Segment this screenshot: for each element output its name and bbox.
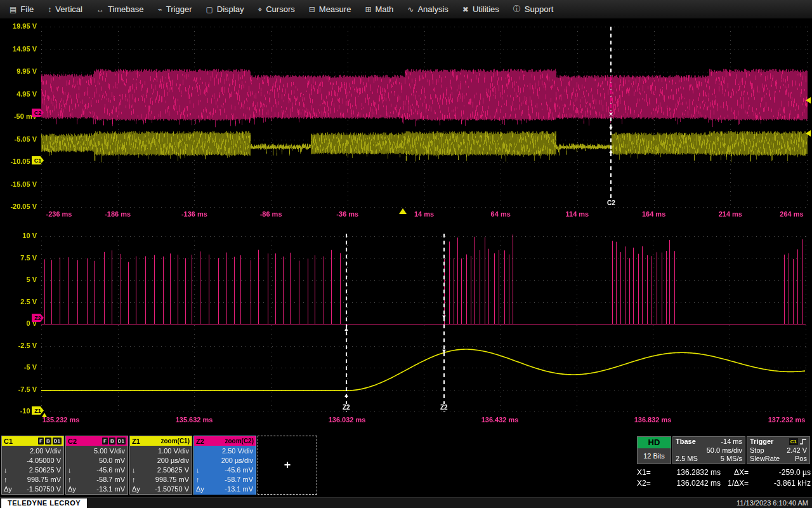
tbase-rate: 5 MS/s: [721, 455, 742, 463]
main-x-label: -86 ms: [260, 210, 282, 218]
display-icon: ▢: [206, 5, 213, 14]
menu-item-utilities[interactable]: ✖Utilities: [455, 0, 506, 18]
menu-item-label: Cursors: [266, 4, 295, 14]
menu-item-support[interactable]: ⓘSupport: [506, 0, 561, 18]
main-x-label: 114 ms: [566, 210, 589, 218]
main-x-label: 214 ms: [719, 210, 742, 218]
descriptor-title: Z1: [132, 438, 140, 445]
main-x-label: 264 ms: [780, 210, 803, 218]
descriptor-badge-f[interactable]: F: [38, 438, 44, 444]
main-grid-cursor[interactable]: ✕ ▼ ▲ C2: [610, 27, 612, 207]
descriptor-title: Z2: [196, 438, 204, 445]
descriptor-row: ↓-45.6 mV: [196, 465, 253, 475]
zoom-x-label: 137.232 ms: [768, 416, 806, 424]
main-y-label: -50 mV: [1, 112, 37, 120]
utilities-icon: ✖: [462, 5, 469, 14]
menu-item-math[interactable]: ⊞Math: [358, 0, 400, 18]
level-marker-upper[interactable]: [806, 97, 811, 104]
zoom-y-label: 5 V: [1, 276, 37, 283]
cursor-down-icon[interactable]: ▼: [441, 349, 447, 354]
zoom-y-label: 7.5 V: [1, 254, 37, 262]
cursor-readout: X1= 136.2832 ms ΔX= -259.0 µs X2= 136.02…: [637, 468, 811, 488]
menu-item-file[interactable]: ▤File: [3, 0, 41, 18]
cursor-up-icon[interactable]: ▲: [608, 149, 614, 154]
descriptor-c1[interactable]: C1FBD12.00 V/div-4.05000 V↓2.50625 V↑998…: [1, 436, 64, 495]
descriptor-title: C1: [4, 438, 13, 445]
cursor-cross-icon[interactable]: ✕: [608, 112, 614, 117]
descriptor-row: ↑998.75 mV: [132, 475, 189, 485]
menu-item-trigger[interactable]: ⌁Trigger: [151, 0, 199, 18]
level-marker-lower[interactable]: [806, 130, 811, 137]
tbase-samples: 2.5 MS: [676, 455, 698, 463]
menu-item-label: Analysis: [417, 4, 448, 14]
menu-item-label: Support: [525, 4, 554, 14]
waveform-canvas[interactable]: [0, 0, 812, 508]
zoom-cursor-left[interactable]: ▲ ▲ Z2: [346, 234, 347, 412]
zoom-cursor-right[interactable]: ▼ ▼ Z2: [443, 234, 445, 412]
descriptor-subtitle: zoom(C2): [225, 438, 254, 444]
main-x-label: -36 ms: [336, 210, 358, 218]
menu-item-analysis[interactable]: ∿Analysis: [400, 0, 455, 18]
cursor-down-icon[interactable]: ▼: [441, 314, 447, 320]
descriptor-z2[interactable]: Z2zoom(C2)2.50 V/div200 µs/div↓-45.6 mV↑…: [193, 436, 256, 495]
main-y-label: 14.95 V: [1, 45, 37, 53]
add-trace-box[interactable]: +: [258, 436, 317, 495]
hd-label: HD: [638, 437, 671, 448]
oscilloscope-app: ▤File↕Vertical↔Timebase⌁Trigger▢Display⌖…: [0, 0, 812, 508]
cursors-icon: ⌖: [258, 5, 262, 14]
cursor-label: Z2: [341, 404, 351, 411]
descriptor-row: Δy-1.50750 V: [132, 485, 189, 494]
cursor-up-icon[interactable]: ▲: [343, 326, 350, 332]
trigger-box[interactable]: Trigger C1 Stop 2.42 V SlewRate Pos: [747, 436, 810, 464]
main-x-label: 14 ms: [414, 210, 434, 218]
trigger-edge-icon: [799, 438, 807, 445]
trigger-slope: Pos: [795, 455, 807, 463]
timebase-icon: ↔: [96, 5, 104, 14]
descriptor-area: C1FBD12.00 V/div-4.05000 V↓2.50625 V↑998…: [1, 436, 256, 495]
teledyne-lecroy-logo: TELEDYNE LECROY: [1, 498, 87, 508]
descriptor-badge-b[interactable]: B: [45, 438, 51, 444]
descriptor-row: ↑998.75 mV: [4, 475, 61, 485]
cursor-down-icon[interactable]: ▼: [608, 126, 614, 131]
zoom-x-label: 136.032 ms: [329, 416, 366, 424]
plus-icon: +: [284, 458, 291, 472]
descriptor-row: 2.00 V/div: [4, 446, 61, 456]
menu-item-timebase[interactable]: ↔Timebase: [89, 0, 151, 18]
descriptor-c2[interactable]: C2FBD15.00 V/div50.0 mV↓-45.6 mV↑-58.7 m…: [65, 436, 128, 495]
cursor-up-icon[interactable]: ▲: [343, 392, 350, 398]
descriptor-badge-b[interactable]: B: [109, 438, 115, 444]
trigger-label: Trigger: [750, 438, 773, 446]
descriptor-badge-d1[interactable]: D1: [53, 438, 62, 444]
main-y-label: 4.95 V: [1, 90, 37, 98]
main-y-label: 19.95 V: [1, 22, 37, 30]
descriptor-subtitle: zoom(C1): [160, 438, 190, 444]
menu-item-cursors[interactable]: ⌖Cursors: [251, 0, 301, 18]
zoom-y-label: -10 V: [1, 407, 37, 415]
trigger-icon: ⌁: [158, 5, 162, 14]
trigger-type: SlewRate: [750, 455, 780, 463]
descriptor-row: -4.05000 V: [4, 456, 61, 465]
descriptor-row: Δy-13.1 mV: [196, 485, 253, 494]
cursor-c2-segment: [610, 76, 612, 113]
tbase-scale: 50.0 ms/div: [707, 446, 742, 455]
z1-offscreen-marker: [42, 413, 47, 417]
zoom-x-label: 136.832 ms: [634, 416, 672, 424]
hd-bits: 12 Bits: [638, 448, 671, 464]
hd-mode-box[interactable]: HD 12 Bits: [637, 436, 671, 464]
zoom-y-label: -5 V: [1, 363, 37, 371]
trigger-position-marker[interactable]: [399, 208, 407, 214]
descriptor-z1[interactable]: Z1zoom(C1)1.00 V/div200 µs/div↓2.50625 V…: [129, 436, 192, 495]
x1-value: 136.2832 ms: [658, 468, 721, 478]
descriptor-row: 5.00 V/div: [68, 446, 125, 456]
menu-item-measure[interactable]: ⊟Measure: [302, 0, 358, 18]
timebase-box[interactable]: Tbase -14 ms 50.0 ms/div 2.5 MS 5 MS/s: [672, 436, 745, 464]
descriptor-row: ↑-58.7 mV: [196, 475, 253, 485]
descriptor-badge-f[interactable]: F: [102, 438, 108, 444]
support-icon: ⓘ: [513, 4, 521, 15]
menu-item-display[interactable]: ▢Display: [199, 0, 251, 18]
trigger-level: 2.42 V: [787, 446, 807, 455]
menu-item-label: File: [20, 4, 34, 14]
menu-item-label: Utilities: [473, 4, 499, 14]
menu-item-vertical[interactable]: ↕Vertical: [41, 0, 89, 18]
descriptor-badge-d1[interactable]: D1: [117, 438, 126, 444]
